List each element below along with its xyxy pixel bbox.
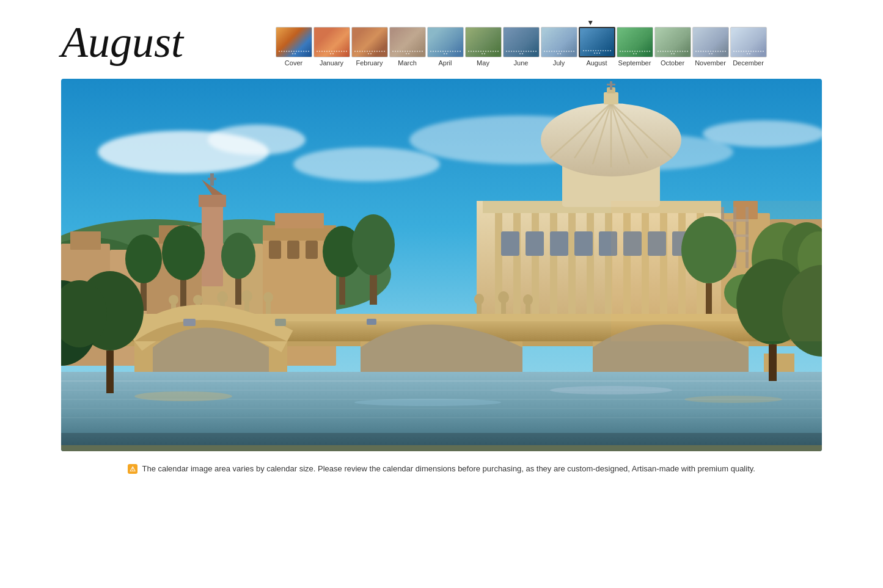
svg-point-2 — [208, 125, 306, 155]
svg-rect-144 — [611, 201, 822, 341]
thumb-label-may: May — [477, 59, 489, 67]
svg-point-3 — [293, 147, 440, 181]
svg-rect-79 — [607, 84, 615, 85]
svg-rect-53 — [501, 231, 519, 256]
svg-rect-135 — [106, 350, 114, 393]
thumb-label-june: June — [514, 59, 529, 67]
svg-rect-27 — [306, 241, 318, 259]
top-section: August ▼ CoverJanuaryFebruaryMarchAprilM… — [0, 12, 883, 73]
thumb-label-april: April — [438, 59, 452, 67]
thumb-may[interactable]: May — [465, 27, 502, 67]
svg-point-6 — [703, 120, 822, 147]
svg-point-104 — [241, 290, 252, 302]
active-arrow: ▼ — [587, 18, 594, 27]
thumb-april[interactable]: April — [427, 27, 464, 67]
svg-rect-142 — [275, 319, 286, 326]
svg-rect-24 — [275, 213, 324, 228]
thumb-june[interactable]: June — [503, 27, 540, 67]
thumb-october[interactable]: October — [654, 27, 691, 67]
thumb-september[interactable]: September — [617, 27, 653, 67]
svg-rect-55 — [550, 231, 568, 256]
svg-rect-141 — [183, 319, 196, 326]
thumb-january[interactable]: January — [313, 27, 350, 67]
svg-point-32 — [162, 225, 205, 280]
title-area: August — [61, 18, 202, 67]
svg-point-124 — [134, 391, 232, 401]
svg-rect-26 — [287, 241, 299, 259]
thumb-label-cover: Cover — [285, 59, 302, 67]
svg-rect-17 — [202, 201, 223, 286]
thumb-label-march: March — [398, 59, 417, 67]
svg-rect-18 — [199, 195, 226, 207]
svg-rect-76 — [604, 92, 618, 104]
thumb-label-october: October — [661, 59, 684, 67]
thumb-label-september: September — [618, 59, 651, 67]
thumb-label-november: November — [695, 59, 726, 67]
svg-rect-143 — [367, 319, 376, 325]
thumbnails-wrapper: ▼ CoverJanuaryFebruaryMarchAprilMayJuneJ… — [220, 18, 822, 67]
svg-rect-139 — [769, 344, 777, 381]
rome-scene — [61, 79, 822, 451]
svg-rect-21 — [208, 178, 216, 180]
thumb-label-january: January — [320, 59, 343, 67]
svg-point-34 — [221, 233, 255, 279]
svg-rect-25 — [269, 241, 281, 259]
page-wrapper: August ▼ CoverJanuaryFebruaryMarchAprilM… — [0, 0, 883, 493]
disclaimer-text: The calendar image area varies by calend… — [142, 464, 755, 473]
svg-point-112 — [523, 294, 533, 305]
svg-point-125 — [354, 399, 501, 406]
svg-point-102 — [217, 291, 228, 303]
svg-point-38 — [352, 214, 395, 275]
arrow-container: ▼ — [220, 18, 822, 27]
svg-point-108 — [474, 294, 484, 305]
thumb-december[interactable]: December — [730, 27, 767, 67]
month-title: August — [61, 18, 202, 67]
main-image-area — [61, 79, 822, 451]
footer-disclaimer: ⚠ The calendar image area varies by cale… — [0, 457, 883, 481]
thumb-july[interactable]: July — [541, 27, 577, 67]
thumb-november[interactable]: November — [692, 27, 729, 67]
thumb-label-july: July — [553, 59, 565, 67]
thumbnails-strip: CoverJanuaryFebruaryMarchAprilMayJuneJul… — [220, 27, 822, 67]
thumb-cover[interactable]: Cover — [276, 27, 312, 67]
svg-rect-145 — [61, 433, 822, 451]
warning-icon: ⚠ — [128, 464, 137, 474]
thumb-march[interactable]: March — [389, 27, 426, 67]
svg-rect-56 — [574, 231, 593, 256]
svg-point-98 — [169, 295, 178, 305]
thumb-august[interactable]: August — [579, 27, 615, 67]
svg-point-106 — [263, 292, 273, 303]
svg-point-30 — [125, 234, 162, 283]
svg-point-110 — [498, 291, 509, 303]
thumb-label-august: August — [586, 59, 607, 67]
thumb-label-december: December — [733, 59, 764, 67]
thumb-label-february: February — [356, 59, 383, 67]
svg-rect-12 — [70, 231, 101, 250]
svg-rect-54 — [526, 231, 544, 256]
thumb-february[interactable]: February — [351, 27, 388, 67]
svg-point-100 — [193, 295, 203, 305]
